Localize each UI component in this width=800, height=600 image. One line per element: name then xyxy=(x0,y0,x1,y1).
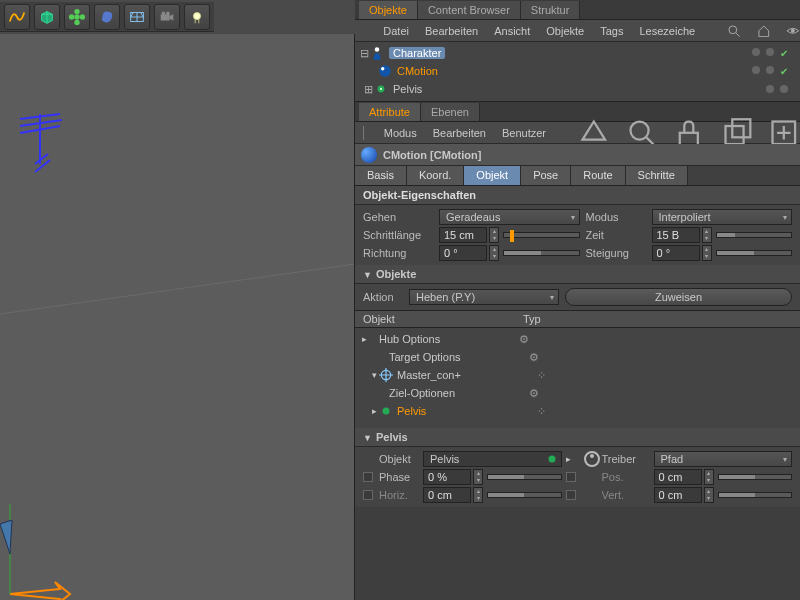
joint-icon xyxy=(379,404,393,418)
menu-benutzer[interactable]: Benutzer xyxy=(502,127,546,139)
target-picker-icon[interactable] xyxy=(584,451,600,467)
spinner[interactable]: ▴▾ xyxy=(702,227,712,243)
vis-dot[interactable] xyxy=(780,85,788,93)
viewport[interactable] xyxy=(0,34,355,600)
dd-treiber[interactable]: Pfad xyxy=(654,451,793,467)
list-item[interactable]: Target Options⚙ xyxy=(359,348,796,366)
gear-icon[interactable]: ⚙ xyxy=(529,351,539,364)
field-schrittlaenge[interactable]: ▴▾ xyxy=(439,227,580,243)
field-steigung[interactable]: ▴▾ xyxy=(652,245,793,261)
dd-gehen[interactable]: Geradeaus xyxy=(439,209,580,225)
blob-icon[interactable] xyxy=(94,4,120,30)
camera-icon[interactable] xyxy=(154,4,180,30)
expand-arrow[interactable]: ▸ xyxy=(369,406,379,416)
vis-dot[interactable] xyxy=(752,48,760,56)
input-steigung[interactable] xyxy=(652,245,700,261)
field-richtung[interactable]: ▴▾ xyxy=(439,245,580,261)
field-phase[interactable]: ▴▾ xyxy=(423,469,562,485)
svg-point-2 xyxy=(74,20,79,25)
tab-ebenen[interactable]: Ebenen xyxy=(421,103,480,121)
spline-icon[interactable] xyxy=(4,4,30,30)
home-icon[interactable] xyxy=(757,24,771,38)
link-objekt[interactable]: Pelvis xyxy=(423,451,562,467)
spinner[interactable]: ▴▾ xyxy=(473,487,483,503)
chk-pos[interactable] xyxy=(566,472,576,482)
gear-icon[interactable]: ⚙ xyxy=(529,387,539,400)
tab-struktur[interactable]: Struktur xyxy=(521,1,581,19)
vis-dot[interactable] xyxy=(752,66,760,74)
menu-ansicht[interactable]: Ansicht xyxy=(494,25,530,37)
menu-objekte[interactable]: Objekte xyxy=(546,25,584,37)
flower-icon[interactable] xyxy=(64,4,90,30)
grid-icon[interactable] xyxy=(124,4,150,30)
obj-label[interactable]: Pelvis xyxy=(393,83,422,95)
menu-bearbeiten[interactable]: Bearbeiten xyxy=(433,127,486,139)
spinner[interactable]: ▴▾ xyxy=(489,227,499,243)
input-zeit[interactable] xyxy=(652,227,700,243)
svg-rect-6 xyxy=(161,14,170,20)
list-item[interactable]: ▾Master_con+⁘ xyxy=(359,366,796,384)
subtab-pose[interactable]: Pose xyxy=(521,166,571,185)
tab-content-browser[interactable]: Content Browser xyxy=(418,1,521,19)
obj-row-charakter[interactable]: ⊟ Charakter ✔ xyxy=(359,44,796,62)
vis-dot[interactable] xyxy=(766,85,774,93)
input-richtung[interactable] xyxy=(439,245,487,261)
subtab-objekt[interactable]: Objekt xyxy=(464,166,521,185)
spinner[interactable]: ▴▾ xyxy=(702,245,712,261)
menu-datei[interactable]: Datei xyxy=(383,25,409,37)
menu-lesezeichen[interactable]: Lesezeiche xyxy=(639,25,695,37)
enable-check[interactable]: ✔ xyxy=(780,48,788,59)
light-icon[interactable] xyxy=(184,4,210,30)
field-zeit[interactable]: ▴▾ xyxy=(652,227,793,243)
chk-vert[interactable] xyxy=(566,490,576,500)
subtab-schritte[interactable]: Schritte xyxy=(626,166,688,185)
list-item[interactable]: Ziel-Optionen⚙ xyxy=(359,384,796,402)
subtab-basis[interactable]: Basis xyxy=(355,166,407,185)
chk-phase[interactable] xyxy=(363,472,373,482)
dots-icon[interactable]: ⁘ xyxy=(537,405,546,418)
field-vert[interactable]: ▴▾ xyxy=(654,487,793,503)
zuweisen-button[interactable]: Zuweisen xyxy=(565,288,792,306)
picker-arrow-icon[interactable]: ▸ xyxy=(566,454,580,464)
menu-tags[interactable]: Tags xyxy=(600,25,623,37)
input-schrittlaenge[interactable] xyxy=(439,227,487,243)
menu-modus[interactable]: Modus xyxy=(384,127,417,139)
obj-label[interactable]: Charakter xyxy=(389,47,445,59)
expand-toggle[interactable]: ⊞ xyxy=(363,83,373,96)
list-item[interactable]: ▸Hub Options⚙ xyxy=(359,330,796,348)
input-phase[interactable] xyxy=(423,469,471,485)
spinner[interactable]: ▴▾ xyxy=(704,487,714,503)
gear-icon[interactable]: ⚙ xyxy=(519,333,529,346)
expand-toggle[interactable]: ⊟ xyxy=(359,47,369,60)
obj-row-pelvis[interactable]: ⊞ Pelvis xyxy=(359,80,796,98)
input-vert[interactable] xyxy=(654,487,702,503)
field-horiz[interactable]: ▴▾ xyxy=(423,487,562,503)
dd-aktion[interactable]: Heben (P.Y) xyxy=(409,289,559,305)
dots-icon[interactable]: ⁘ xyxy=(537,369,546,382)
tab-attribute[interactable]: Attribute xyxy=(359,103,421,121)
expand-arrow[interactable]: ▾ xyxy=(369,370,379,380)
spinner[interactable]: ▴▾ xyxy=(704,469,714,485)
enable-check[interactable]: ✔ xyxy=(780,66,788,77)
spinner[interactable]: ▴▾ xyxy=(489,245,499,261)
subtab-route[interactable]: Route xyxy=(571,166,625,185)
section-pelvis[interactable]: ▼Pelvis xyxy=(355,428,800,447)
obj-label[interactable]: CMotion xyxy=(397,65,438,77)
input-horiz[interactable] xyxy=(423,487,471,503)
vis-dot[interactable] xyxy=(766,48,774,56)
section-objekte[interactable]: ▼Objekte xyxy=(355,265,800,284)
dd-modus[interactable]: Interpoliert xyxy=(652,209,793,225)
tab-objekte[interactable]: Objekte xyxy=(359,1,418,19)
vis-dot[interactable] xyxy=(766,66,774,74)
search-icon[interactable] xyxy=(727,24,741,38)
input-pos[interactable] xyxy=(654,469,702,485)
menu-bearbeiten[interactable]: Bearbeiten xyxy=(425,25,478,37)
list-item[interactable]: ▸Pelvis⁘ xyxy=(359,402,796,420)
eye-icon[interactable] xyxy=(786,24,800,38)
field-pos[interactable]: ▴▾ xyxy=(654,469,793,485)
cube-icon[interactable] xyxy=(34,4,60,30)
obj-row-cmotion[interactable]: CMotion ✔ xyxy=(359,62,796,80)
subtab-koord[interactable]: Koord. xyxy=(407,166,464,185)
spinner[interactable]: ▴▾ xyxy=(473,469,483,485)
chk-horiz[interactable] xyxy=(363,490,373,500)
